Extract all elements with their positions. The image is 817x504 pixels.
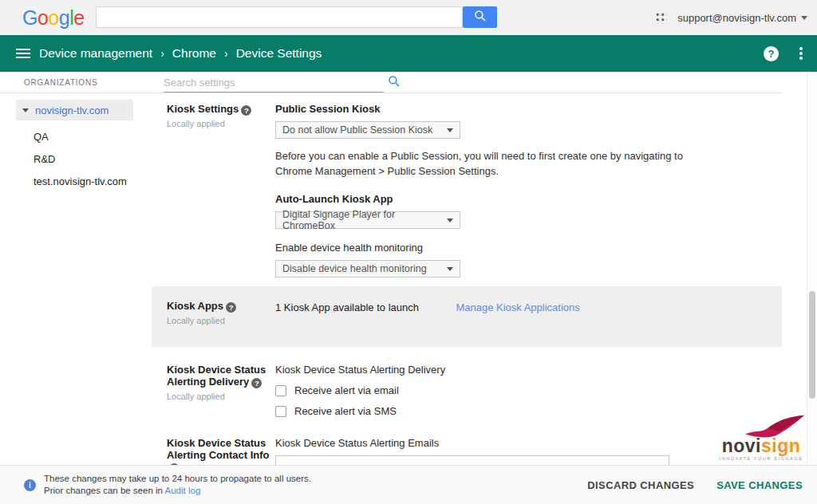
kiosk-settings-label-col: Kiosk Settings Locally applied [167,103,275,278]
footer-actions: DISCARD CHANGES SAVE CHANGES [587,466,803,504]
help-icon[interactable] [251,378,262,388]
global-search-button[interactable] [463,6,497,28]
sidebar-item-rd[interactable]: R&D [0,153,152,165]
search-icon [474,10,487,25]
public-session-kiosk-select[interactable]: Do not allow Public Session Kiosk [275,121,460,139]
alerting-delivery-label-col: Kiosk Device Status Alerting Delivery Lo… [167,364,275,417]
settings-search-input[interactable] [164,73,384,93]
breadcrumb: Device management › Chrome › Device Sett… [39,46,322,61]
kiosk-settings-controls: Public Session Kiosk Do not allow Public… [275,103,782,278]
topbar-right-cluster: support@novisign-tlv.com [654,0,807,35]
vertical-scrollbar-thumb[interactable] [809,291,815,399]
organizations-header: ORGANIZATIONS [0,72,152,93]
dropdown-caret-icon [447,128,453,132]
breadcrumb-chrome[interactable]: Chrome [172,46,216,61]
discard-changes-button[interactable]: DISCARD CHANGES [587,479,694,491]
sidebar-item-qa[interactable]: QA [0,131,152,143]
checkbox-icon[interactable] [275,406,286,417]
appbar-right-cluster [764,46,803,61]
help-icon[interactable] [764,46,779,61]
novisign-logo: novisign INNOVATE YOUR SIGNAGE [718,414,804,461]
contact-info-section: Kiosk Device Status Alerting Contact Inf… [167,437,782,465]
receive-alert-email-checkbox-row[interactable]: Receive alert via email [275,384,782,396]
vertical-scrollbar-track[interactable] [807,72,817,465]
novisign-tagline: INNOVATE YOUR SIGNAGE [718,456,804,461]
google-logo: Google [22,6,85,30]
selected-org-label: novisign-tlv.com [35,104,109,116]
help-icon[interactable] [226,302,236,313]
checkbox-label: Receive alert via email [294,384,399,396]
alerting-delivery-section: Kiosk Device Status Alerting Delivery Lo… [167,364,782,417]
kiosk-apps-label-col: Kiosk Apps Locally applied [167,300,275,325]
apps-grid-icon[interactable] [654,11,667,24]
checkbox-label: Receive alert via SMS [294,405,397,417]
settings-search-row [152,72,782,93]
sidebar-item-test-novisign[interactable]: test.novisign-tlv.com [0,175,152,187]
help-icon[interactable] [241,105,251,116]
device-health-monitoring-select[interactable]: Disable device health monitoring [275,260,460,278]
search-icon[interactable] [388,75,401,91]
footer-bar: These changes may take up to 24 hours to… [0,465,817,504]
checkbox-icon[interactable] [275,385,286,396]
public-session-note: Before you can enable a Public Session, … [275,148,687,179]
dropdown-caret-icon [447,219,453,222]
breadcrumb-separator: › [224,47,228,60]
footer-message: These changes may take up to 24 hours to… [44,473,311,497]
breadcrumb-device-management[interactable]: Device management [39,46,152,61]
content-shell: ORGANIZATIONS novisign-tlv.com QA R&D te… [0,72,817,465]
contact-info-controls: Kiosk Device Status Alerting Emails [275,437,782,465]
more-options-icon[interactable] [799,52,803,55]
locally-applied-label: Locally applied [167,392,275,401]
contact-info-label-col: Kiosk Device Status Alerting Contact Inf… [167,437,275,465]
save-changes-button[interactable]: SAVE CHANGES [716,479,803,491]
alerting-delivery-controls: Kiosk Device Status Alerting Delivery Re… [275,364,782,417]
dropdown-caret-icon [447,267,453,271]
global-search-input[interactable] [96,6,463,28]
menu-icon[interactable] [16,46,30,61]
kiosk-apps-status: 1 Kiosk App available to launch [275,301,419,313]
kiosk-apps-section: Kiosk Apps Locally applied 1 Kiosk App a… [152,286,782,347]
account-menu[interactable]: support@novisign-tlv.com [677,12,807,24]
alerting-delivery-field-label: Kiosk Device Status Alerting Delivery [275,364,782,376]
kiosk-apps-row: Kiosk Apps Locally applied 1 Kiosk App a… [167,300,782,325]
organizations-sidebar: ORGANIZATIONS novisign-tlv.com QA R&D te… [0,72,152,465]
section-title: Kiosk Device Status Alerting Delivery [167,364,275,388]
section-title: Kiosk Apps [167,300,275,313]
kiosk-settings-section: Kiosk Settings Locally applied Public Se… [167,103,782,278]
app-bar: Device management › Chrome › Device Sett… [0,35,817,72]
alerting-emails-textarea[interactable] [275,455,669,465]
locally-applied-label: Locally applied [167,316,275,325]
receive-alert-sms-checkbox-row[interactable]: Receive alert via SMS [275,405,782,417]
section-title: Kiosk Device Status Alerting Contact Inf… [167,437,275,465]
auto-launch-kiosk-app-select[interactable]: Digital Signage Player for ChromeBox [275,211,460,229]
public-session-kiosk-label: Public Session Kiosk [275,103,782,115]
info-icon [24,479,36,491]
audit-log-link[interactable]: Audit log [165,486,201,495]
locally-applied-label: Locally applied [167,119,275,128]
device-health-monitoring-label: Enable device health monitoring [275,242,782,254]
account-email: support@novisign-tlv.com [677,12,796,24]
org-expand-icon[interactable] [22,108,29,112]
alerting-emails-label: Kiosk Device Status Alerting Emails [275,437,782,449]
top-bar: Google support@novisign-tlv.com [0,0,817,35]
sidebar-item-novisign-tlv[interactable]: novisign-tlv.com [16,100,133,120]
novisign-wordmark: novisign [718,436,804,455]
auto-launch-kiosk-app-label: Auto-Launch Kiosk App [275,193,782,205]
chevron-down-icon [801,16,807,20]
breadcrumb-separator: › [160,47,164,60]
manage-kiosk-applications-link[interactable]: Manage Kiosk Applications [456,301,579,313]
breadcrumb-device-settings: Device Settings [236,46,322,61]
section-title: Kiosk Settings [167,103,275,116]
settings-main: Kiosk Settings Locally applied Public Se… [152,72,817,465]
kiosk-apps-controls: 1 Kiosk App available to launch Manage K… [275,300,782,325]
